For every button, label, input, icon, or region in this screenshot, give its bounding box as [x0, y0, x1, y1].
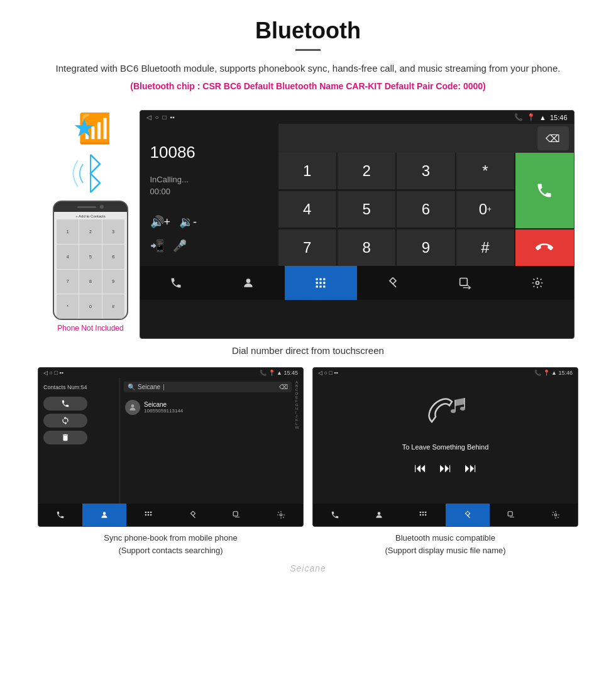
contacts-screen-wrap: ◁ ○ □ ▪▪ 📞 📍 ▲ 15:45 Contacts Num:54 [38, 367, 304, 556]
bluetooth-icon: 📶 ★ [72, 110, 109, 148]
svg-rect-30 [420, 512, 421, 513]
key-8[interactable]: 8 [338, 229, 395, 266]
backspace-button[interactable]: ⌫ [537, 126, 569, 150]
contacts-body: Contacts Num:54 🔍 Seicane | [38, 378, 303, 504]
svg-rect-36 [508, 512, 512, 516]
mic-icon[interactable]: 🎤 [173, 239, 187, 253]
transfer-icon[interactable]: 📲 [150, 239, 164, 253]
small-nav-contacts[interactable] [82, 504, 126, 526]
key-5[interactable]: 5 [338, 191, 395, 228]
wifi-icon: ▲ [539, 114, 546, 121]
page-header: Bluetooth Integrated with BC6 Bluetooth … [0, 0, 616, 110]
vol-down-icon[interactable]: 🔉- [179, 215, 197, 229]
small-nav-transfer[interactable] [215, 504, 259, 526]
svg-point-27 [451, 409, 456, 413]
call-extra-controls: 📲 🎤 [150, 239, 187, 253]
svg-point-24 [280, 514, 282, 516]
small-nav-keypad[interactable] [126, 504, 170, 526]
music-nav-contacts[interactable] [357, 504, 401, 526]
sync-action-button[interactable] [43, 414, 87, 428]
nav-settings[interactable] [502, 266, 574, 300]
phone-signal-icon: 📞 [514, 113, 523, 121]
svg-point-37 [554, 514, 557, 516]
svg-rect-5 [319, 279, 321, 280]
svg-point-28 [460, 407, 465, 411]
key-4[interactable]: 4 [278, 191, 336, 228]
nav-phone[interactable] [140, 266, 212, 300]
call-accept-button[interactable] [515, 153, 573, 228]
keypad-grid: 1 2 3 * 4 5 6 0+ 7 8 9 # [278, 153, 574, 266]
delete-action-button[interactable] [43, 431, 87, 444]
small-nav-settings[interactable] [259, 504, 303, 526]
music-statusbar-right: 📞 📍 ▲ 15:46 [534, 370, 573, 376]
call-timer: 00:00 [150, 187, 171, 196]
main-screen-caption: Dial number direct from touchscreen [0, 345, 616, 356]
music-statusbar-left: ◁ ○ □ ▪▪ [318, 370, 338, 376]
key-hash[interactable]: # [456, 229, 514, 266]
header-description: Integrated with BC6 Bluetooth module, su… [13, 61, 603, 76]
svg-point-14 [536, 282, 539, 285]
nav-bluetooth[interactable] [357, 266, 429, 300]
key-3[interactable]: 3 [397, 153, 454, 189]
music-nav-settings[interactable] [534, 504, 578, 526]
prev-track-button[interactable]: ⏮ [414, 461, 427, 475]
dialed-number: 10086 [150, 143, 195, 162]
bt-waves [65, 152, 116, 196]
nav-contacts[interactable] [212, 266, 285, 300]
svg-rect-13 [460, 279, 468, 286]
svg-rect-22 [150, 514, 151, 516]
notification-icons: ▪▪ [170, 114, 175, 121]
svg-rect-33 [420, 514, 421, 516]
contact-list-item[interactable]: Seicane 10655059113144 [124, 397, 292, 417]
vol-up-icon[interactable]: 🔊+ [150, 215, 171, 229]
dial-left-panel: 10086 InCalling... 00:00 🔊+ 🔉- 📲 🎤 [140, 124, 278, 266]
key-2[interactable]: 2 [338, 153, 395, 189]
location-icon: 📍 [527, 113, 536, 121]
music-nav-transfer[interactable] [490, 504, 534, 526]
nav-transfer[interactable] [429, 266, 502, 300]
contacts-search-bar[interactable]: 🔍 Seicane | ⌫ [124, 382, 292, 392]
small-nav-phone[interactable] [38, 504, 82, 526]
music-body: To Leave Something Behind ⏮ ⏭ ⏭ [313, 378, 578, 504]
music-nav-keypad[interactable] [401, 504, 445, 526]
svg-text:★: ★ [73, 114, 96, 142]
next-section-button[interactable]: ⏭ [439, 461, 452, 475]
dial-statusbar: ◁ ○ □ ▪▪ 📞 📍 ▲ 15:46 [140, 111, 574, 124]
dial-bottom-nav [140, 266, 574, 300]
svg-rect-18 [148, 512, 149, 513]
key-7[interactable]: 7 [278, 229, 336, 266]
dial-body: 10086 InCalling... 00:00 🔊+ 🔉- 📲 🎤 ⌫ [140, 124, 574, 266]
nav-keypad[interactable] [285, 266, 357, 300]
key-0plus[interactable]: 0+ [456, 191, 514, 228]
svg-rect-8 [319, 282, 321, 284]
music-icon-wrap [421, 390, 471, 434]
music-song-title: To Leave Something Behind [402, 443, 489, 451]
svg-rect-11 [319, 285, 321, 287]
keyboard-back-icon: ⌫ [279, 383, 288, 390]
key-6[interactable]: 6 [397, 191, 454, 228]
dial-android-screen: ◁ ○ □ ▪▪ 📞 📍 ▲ 15:46 10086 InCalling... … [140, 110, 575, 339]
phone-mockup: + Add to Contacts 123 456 789 *0# 📞 📞 [53, 201, 128, 320]
music-caption: Bluetooth music compatible (Support disp… [385, 532, 505, 556]
contacts-right-panel: 🔍 Seicane | ⌫ Seicane 10655059113144 [120, 378, 295, 504]
key-1[interactable]: 1 [278, 153, 336, 189]
music-nav-phone[interactable] [313, 504, 357, 526]
page-title: Bluetooth [13, 18, 603, 44]
call-action-button[interactable] [43, 397, 87, 411]
key-9[interactable]: 9 [397, 229, 454, 266]
svg-rect-34 [422, 514, 424, 516]
call-reject-button[interactable] [515, 229, 573, 266]
music-nav-bluetooth[interactable] [446, 504, 490, 526]
svg-point-29 [378, 512, 381, 515]
contacts-statusbar-left: ◁ ○ □ ▪▪ [43, 370, 63, 376]
svg-rect-12 [323, 285, 325, 287]
next-track-button[interactable]: ⏭ [465, 461, 477, 475]
contact-avatar [125, 400, 140, 415]
key-star[interactable]: * [456, 153, 514, 189]
small-nav-bluetooth[interactable] [171, 504, 215, 526]
svg-point-3 [246, 279, 251, 283]
music-bottom-nav [313, 504, 578, 526]
header-specs: (Bluetooth chip : CSR BC6 Default Blueto… [13, 81, 603, 91]
statusbar-left-icons: ◁ ○ □ ▪▪ [146, 114, 175, 121]
main-screen-area: 📶 ★ + Add to Contac [0, 110, 616, 339]
